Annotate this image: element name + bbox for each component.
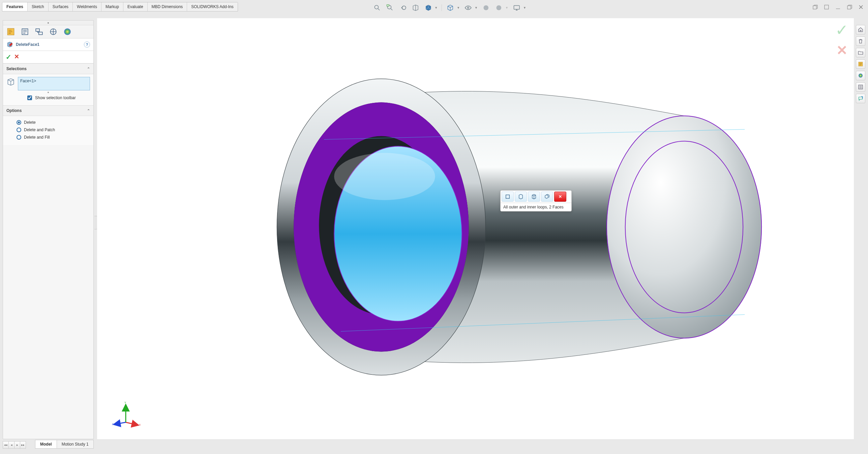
help-icon[interactable]: ? — [84, 41, 90, 48]
dropdown-caret[interactable]: ▼ — [435, 6, 438, 9]
face-selection-icon — [6, 78, 15, 86]
svg-line-26 — [126, 422, 138, 425]
radio-icon[interactable] — [17, 127, 21, 132]
propertymanager-tab-icon[interactable] — [21, 27, 29, 36]
view-orientation-icon[interactable] — [424, 3, 432, 12]
option-delete[interactable]: Delete — [6, 119, 90, 126]
pm-title-text: DeleteFace1 — [16, 42, 39, 47]
appearances-icon[interactable] — [856, 71, 865, 80]
group-selections-body: Face<1> Show selection toolbar — [3, 74, 93, 105]
pager-first[interactable]: ◂◂ — [3, 441, 9, 449]
dropdown-caret[interactable]: ▼ — [505, 6, 508, 9]
dropdown-caret[interactable]: ▼ — [475, 6, 478, 9]
show-selection-toolbar-label: Show selection toolbar — [35, 95, 76, 100]
doc-restore-icon[interactable] — [811, 3, 819, 11]
app-minimize-icon[interactable] — [834, 3, 842, 11]
pager-prev[interactable]: ◂ — [8, 441, 14, 449]
show-selection-toolbar-checkbox[interactable] — [27, 95, 32, 100]
svg-point-0 — [375, 5, 378, 9]
svg-rect-14 — [39, 32, 42, 35]
zoom-to-fit-icon[interactable] — [372, 3, 381, 12]
svg-rect-7 — [514, 6, 520, 9]
tab-surfaces[interactable]: Surfaces — [49, 2, 73, 11]
tab-motion-study[interactable]: Motion Study 1 — [57, 440, 94, 449]
select-loop-icon[interactable] — [502, 192, 514, 202]
apply-scene-icon[interactable] — [495, 3, 503, 12]
forum-icon[interactable] — [856, 94, 865, 103]
tab-model[interactable]: Model — [35, 440, 57, 449]
svg-rect-2 — [387, 5, 389, 6]
hide-show-icon[interactable] — [464, 3, 473, 12]
selection-item[interactable]: Face<1> — [20, 79, 88, 83]
svg-point-16 — [64, 28, 71, 35]
pager-next[interactable]: ▸ — [14, 441, 20, 449]
doc-maximize-icon[interactable] — [823, 3, 830, 11]
displaymanager-tab-icon[interactable] — [63, 27, 72, 36]
svg-point-5 — [484, 5, 489, 10]
selection-context-toolbar: ✕ All outer and inner loops, 2 Faces — [500, 190, 572, 211]
option-label: Delete and Fill — [24, 135, 50, 140]
option-label: Delete — [24, 120, 36, 125]
dropdown-caret[interactable]: ▼ — [457, 6, 460, 9]
tab-weldments[interactable]: Weldments — [73, 2, 101, 11]
app-restore-icon[interactable] — [846, 3, 853, 11]
radio-icon[interactable] — [17, 135, 21, 140]
radio-icon[interactable] — [17, 120, 21, 125]
svg-rect-10 — [847, 6, 851, 9]
display-style-icon[interactable] — [446, 3, 455, 12]
tab-sketch[interactable]: Sketch — [28, 2, 49, 11]
select-connected-icon[interactable] — [528, 192, 540, 202]
trash-icon[interactable] — [856, 36, 865, 46]
tab-markup[interactable]: Markup — [101, 2, 123, 11]
pm-confirm-bar: ✓ ✕ — [3, 51, 93, 63]
tab-features[interactable]: Features — [2, 2, 28, 11]
select-tangency-icon[interactable] — [515, 192, 527, 202]
heads-up-view-toolbar: ▼ ▼ ▼ ▼ ▼ — [372, 3, 526, 12]
pager-last[interactable]: ▸▸ — [20, 441, 26, 449]
app-close-icon[interactable] — [857, 3, 865, 11]
manager-tabs — [3, 25, 93, 38]
tab-addins[interactable]: SOLIDWORKS Add-Ins — [187, 2, 237, 11]
model-view-svg — [97, 18, 854, 439]
cancel-button[interactable]: ✕ — [14, 53, 19, 61]
view-settings-icon[interactable] — [512, 3, 521, 12]
folder-icon[interactable] — [856, 48, 865, 57]
svg-text:Y: Y — [124, 401, 126, 404]
svg-text:X: X — [139, 423, 141, 426]
svg-point-4 — [468, 7, 469, 9]
custom-properties-icon[interactable] — [856, 82, 865, 92]
graphics-area[interactable]: ✓ ✕ — [97, 18, 854, 439]
group-selections-header[interactable]: Selections ⌃ — [3, 63, 93, 74]
previous-view-icon[interactable] — [398, 3, 407, 12]
option-delete-and-patch[interactable]: Delete and Patch — [6, 126, 90, 134]
panel-grip[interactable] — [3, 21, 93, 25]
dimxpert-tab-icon[interactable] — [49, 27, 58, 36]
zoom-area-icon[interactable] — [385, 3, 394, 12]
close-toolbar-button[interactable]: ✕ — [554, 192, 566, 202]
dropdown-caret[interactable]: ▼ — [523, 6, 526, 9]
select-all-icon[interactable] — [541, 192, 553, 202]
window-controls — [811, 3, 865, 11]
command-manager-tabs: Features Sketch Surfaces Weldments Marku… — [2, 2, 238, 11]
svg-point-33 — [859, 74, 863, 78]
feature-tree-tab-icon[interactable] — [6, 27, 15, 36]
view-pager: ◂◂ ◂ ▸ ▸▸ — [3, 441, 26, 449]
ok-button[interactable]: ✓ — [6, 53, 11, 61]
option-delete-and-fill[interactable]: Delete and Fill — [6, 134, 90, 141]
tab-mbd-dimensions[interactable]: MBD Dimensions — [148, 2, 187, 11]
tab-evaluate[interactable]: Evaluate — [123, 2, 148, 11]
svg-line-28 — [115, 422, 126, 424]
design-library-icon[interactable] — [856, 59, 865, 69]
configurationmanager-tab-icon[interactable] — [35, 27, 43, 36]
svg-point-24 — [334, 153, 435, 200]
home-icon[interactable] — [856, 25, 865, 34]
selection-listbox[interactable]: Face<1> — [18, 77, 90, 90]
show-selection-toolbar-row[interactable]: Show selection toolbar — [6, 93, 90, 101]
group-options-header[interactable]: Options ⌃ — [3, 105, 93, 116]
svg-rect-13 — [36, 29, 39, 31]
section-view-icon[interactable] — [411, 3, 420, 12]
context-tooltip: All outer and inner loops, 2 Faces — [501, 203, 571, 211]
group-options-body: Delete Delete and Patch Delete and Fill — [3, 116, 93, 145]
svg-rect-25 — [506, 195, 510, 199]
edit-appearance-icon[interactable] — [482, 3, 490, 12]
